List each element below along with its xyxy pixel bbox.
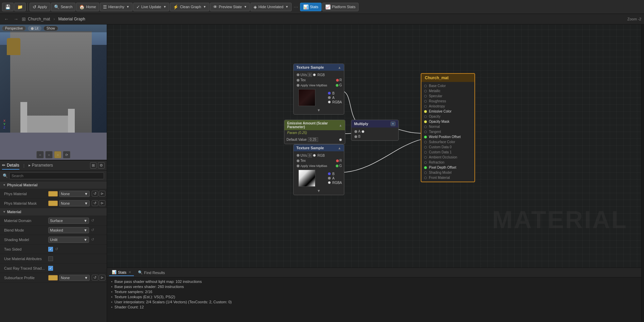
stats-button[interactable]: 📊 Stats bbox=[300, 3, 321, 11]
shading-model-reset[interactable]: ↺ bbox=[91, 237, 94, 242]
phys-material-swatch[interactable] bbox=[48, 191, 58, 197]
back-button[interactable]: ← bbox=[3, 16, 10, 22]
search-label: Search bbox=[61, 5, 73, 9]
home-button[interactable]: 🏠 Home bbox=[76, 3, 99, 11]
perspective-badge[interactable]: Perspective bbox=[2, 26, 26, 31]
ts2-preview-row: B A RGBA bbox=[294, 168, 344, 188]
mat-opacity: Opacity bbox=[421, 114, 474, 119]
shading-model-dropdown[interactable]: Unlit ▼ bbox=[48, 237, 89, 243]
subsurface-profile-reset-btn[interactable]: ↺ bbox=[92, 275, 98, 281]
church-mat-node[interactable]: Church_mat Base Color Metallic bbox=[421, 73, 475, 182]
vp-ctrl-2[interactable]: ○ bbox=[45, 151, 53, 158]
texture-sample-1-collapse[interactable]: ▲ bbox=[338, 66, 341, 69]
search-button[interactable]: 🔍 Search bbox=[51, 3, 76, 11]
opacity-pin bbox=[424, 115, 427, 118]
find-results-tab[interactable]: 🔍 Find Results bbox=[135, 269, 168, 276]
subsurface-profile-browse-btn[interactable]: ⊳ bbox=[99, 275, 105, 281]
hierarchy-arrow: ▼ bbox=[126, 5, 129, 9]
refraction-pin bbox=[424, 161, 427, 164]
clean-graph-button[interactable]: ⚡ Clean Graph ▼ bbox=[170, 3, 209, 11]
vp-ctrl-4[interactable]: ⟳ bbox=[63, 151, 70, 158]
custom-data-0-pin bbox=[424, 146, 427, 149]
phys-material-browse-btn[interactable]: ⊳ bbox=[99, 191, 105, 197]
shading-model-value: Unlit ▼ ↺ bbox=[48, 237, 104, 243]
subsurface-color-pin bbox=[424, 141, 427, 143]
hide-unrelated-button[interactable]: ◈ Hide Unrelated ▼ bbox=[250, 3, 291, 11]
ts2-tex-pin bbox=[297, 159, 299, 162]
preview-state-button[interactable]: 👁 Preview State ▼ bbox=[210, 3, 250, 11]
cast-ray-traced-checkbox[interactable]: ✓ bbox=[48, 266, 53, 271]
ts2-expand-btn[interactable]: ▼ bbox=[294, 188, 344, 193]
stats-icon-small: 📊 bbox=[112, 270, 117, 274]
browse-button[interactable]: 📁 bbox=[14, 3, 26, 11]
more-options[interactable]: ⋯ bbox=[292, 4, 299, 10]
blend-mode-dropdown[interactable]: Masked ▼ bbox=[48, 227, 89, 233]
phys-material-reset-btn[interactable]: ↺ bbox=[92, 191, 98, 197]
metallic-pin bbox=[424, 90, 427, 92]
roughness-pin bbox=[424, 100, 427, 103]
phys-material-dropdown[interactable]: None ▼ bbox=[59, 191, 90, 197]
vp-overlay: Perspective Lit Show bbox=[0, 24, 107, 32]
param-icon: ▸ bbox=[29, 163, 31, 168]
grid-icon-button[interactable]: ⊞ bbox=[22, 16, 26, 22]
subsurface-profile-swatch[interactable] bbox=[48, 275, 58, 281]
two-sided-checkbox[interactable]: ✓ bbox=[48, 247, 53, 252]
blend-mode-row: Blend Mode Masked ▼ ↺ bbox=[0, 225, 107, 235]
stats-close[interactable]: ✕ bbox=[128, 270, 131, 274]
subsurface-profile-dropdown[interactable]: None ▼ bbox=[59, 275, 90, 281]
texture-sample-node-1[interactable]: Texture Sample ▲ UVs 0 RGB Tex bbox=[293, 64, 344, 115]
forward-button[interactable]: → bbox=[12, 16, 20, 22]
apply-button[interactable]: ↺ Apply bbox=[30, 3, 50, 11]
breadcrumb-parent[interactable]: Church_mat bbox=[28, 17, 50, 21]
material-domain-dropdown[interactable]: Surface ▼ bbox=[48, 218, 89, 224]
metallic-label: Metallic bbox=[429, 89, 440, 93]
settings-btn[interactable]: ⚙ bbox=[98, 162, 105, 169]
multiply-b-pin bbox=[354, 135, 357, 138]
phys-material-mask-dropdown[interactable]: None ▼ bbox=[59, 200, 90, 206]
phys-material-value: None ▼ ↺ ⊳ bbox=[48, 191, 105, 197]
use-material-attrs-checkbox[interactable] bbox=[48, 256, 53, 261]
texture-sample-node-2[interactable]: Texture Sample ▲ UVs 0 RGB Tex bbox=[293, 144, 344, 195]
multiply-node[interactable]: Multiply ▾ A B bbox=[351, 120, 399, 141]
emissive-collapse[interactable]: ▲ bbox=[339, 123, 342, 127]
ts2-g-pin bbox=[336, 165, 338, 167]
tab-parameters[interactable]: ▸ Parameters bbox=[29, 162, 53, 170]
material-domain-reset[interactable]: ↺ bbox=[91, 218, 94, 223]
emissive-amount-node[interactable]: Emissive Amount (Scalar Parameter) ▲ Par… bbox=[284, 120, 345, 144]
vp-ctrl-3[interactable]: ○ bbox=[54, 151, 62, 158]
right-scrollbar[interactable] bbox=[641, 24, 644, 322]
vp-bell bbox=[7, 38, 20, 55]
ts2-applybias-row: Apply View MipBias G bbox=[294, 163, 344, 168]
platform-stats-button[interactable]: 📈 Platform Stats bbox=[322, 3, 359, 11]
phys-material-mask-reset-btn[interactable]: ↺ bbox=[92, 200, 98, 206]
multiply-type-btn[interactable]: ▾ bbox=[390, 121, 396, 126]
ts1-g-label: G bbox=[339, 83, 342, 87]
grid-view-btn[interactable]: ⊞ bbox=[90, 162, 97, 169]
show-badge[interactable]: Show bbox=[43, 26, 58, 31]
ts1-r-pin bbox=[336, 79, 339, 82]
lit-btn[interactable]: Lit bbox=[28, 26, 41, 31]
graph-canvas[interactable]: Texture Sample ▲ UVs 0 RGB Tex bbox=[107, 24, 641, 268]
stats-text: Shader Count: 12 bbox=[115, 305, 144, 309]
tab-details[interactable]: ✏ Details bbox=[2, 162, 19, 170]
stats-tab[interactable]: 📊 Stats ✕ bbox=[109, 269, 134, 276]
viewport[interactable]: Perspective Lit Show X Y Z ○ ○ ○ ⟳ bbox=[0, 24, 107, 160]
ts2-b-label: B bbox=[332, 172, 335, 176]
mat-refraction: Refraction bbox=[421, 160, 474, 165]
ts1-expand-btn[interactable]: ▼ bbox=[294, 107, 344, 113]
save-button[interactable]: 💾 bbox=[2, 3, 14, 11]
texture-sample-2-collapse[interactable]: ▲ bbox=[338, 146, 341, 150]
search-input[interactable] bbox=[9, 172, 104, 179]
section-physical-material[interactable]: ▼ Physical Material bbox=[0, 181, 107, 189]
section-material[interactable]: ▼ Material bbox=[0, 208, 107, 216]
mat-custom-data-0: Custom Data 0 bbox=[421, 145, 474, 150]
two-sided-reset[interactable]: ↺ bbox=[55, 247, 58, 251]
hierarchy-button[interactable]: ☰ Hierarchy ▼ bbox=[100, 3, 133, 11]
live-update-button[interactable]: ✓ Live Update ▼ bbox=[133, 3, 170, 11]
phys-material-mask-browse-btn[interactable]: ⊳ bbox=[99, 200, 105, 206]
home-label: Home bbox=[86, 5, 96, 9]
vp-ctrl-1[interactable]: ○ bbox=[36, 151, 44, 158]
blend-mode-reset[interactable]: ↺ bbox=[91, 228, 94, 232]
phys-material-mask-swatch[interactable] bbox=[48, 201, 58, 206]
use-material-attrs-value bbox=[48, 256, 104, 261]
